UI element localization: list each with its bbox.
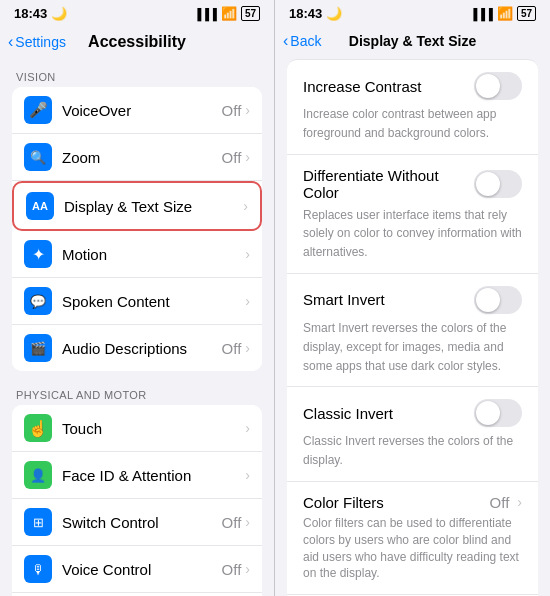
audio-desc-chevron-icon: › [245, 340, 250, 356]
color-filters-row: Color Filters Off › Color filters can be… [287, 482, 538, 595]
left-time: 18:43 [14, 6, 47, 21]
differentiate-toggle[interactable] [474, 170, 522, 198]
smart-invert-toggle[interactable] [474, 286, 522, 314]
increase-contrast-desc: Increase color contrast between app fore… [303, 107, 496, 140]
motion-chevron-icon: › [245, 246, 250, 262]
face-id-label: Face ID & Attention [62, 467, 245, 484]
right-nav-bar: ‹ Back Display & Text Size [275, 25, 550, 55]
display-text-icon: AA [26, 192, 54, 220]
increase-contrast-row: Increase Contrast Increase color contras… [287, 59, 538, 155]
right-panel-content: Increase Contrast Increase color contras… [275, 59, 550, 596]
left-list-scroll[interactable]: VISION 🎤 VoiceOver Off › 🔍 Zoom Off › AA… [0, 57, 274, 596]
vision-list-group: 🎤 VoiceOver Off › 🔍 Zoom Off › AA Displa… [12, 87, 262, 371]
smart-invert-name: Smart Invert [303, 291, 385, 308]
right-panel: 18:43 🌙 ▐▐▐ 📶 57 ‹ Back Display & Text S… [275, 0, 550, 596]
list-item-motion[interactable]: ✦ Motion › [12, 231, 262, 278]
left-panel: 18:43 🌙 ▐▐▐ 📶 57 ‹ Settings Accessibilit… [0, 0, 275, 596]
right-signal-icon: ▐▐▐ [469, 8, 492, 20]
voice-control-label: Voice Control [62, 561, 222, 578]
touch-label: Touch [62, 420, 245, 437]
list-item-switch-control[interactable]: ⊞ Switch Control Off › [12, 499, 262, 546]
list-item-voice-control[interactable]: 🎙 Voice Control Off › [12, 546, 262, 593]
differentiate-name: Differentiate Without Color [303, 167, 474, 201]
left-status-left: 18:43 🌙 [14, 6, 67, 21]
zoom-label: Zoom [62, 149, 222, 166]
audio-desc-label: Audio Descriptions [62, 340, 222, 357]
audio-desc-value: Off [222, 340, 242, 357]
list-item-voiceover[interactable]: 🎤 VoiceOver Off › [12, 87, 262, 134]
switch-control-icon: ⊞ [24, 508, 52, 536]
switch-control-label: Switch Control [62, 514, 222, 531]
right-settings-scroll[interactable]: Increase Contrast Increase color contras… [275, 55, 550, 596]
touch-icon: ☝ [24, 414, 52, 442]
classic-invert-toggle[interactable] [474, 399, 522, 427]
classic-invert-top: Classic Invert [303, 399, 522, 427]
touch-chevron-icon: › [245, 420, 250, 436]
physical-section-label: PHYSICAL AND MOTOR [0, 375, 274, 405]
right-wifi-icon: 📶 [497, 6, 513, 21]
increase-contrast-toggle[interactable] [474, 72, 522, 100]
smart-invert-desc: Smart Invert reverses the colors of the … [303, 321, 506, 373]
left-nav-bar: ‹ Settings Accessibility [0, 25, 274, 57]
classic-invert-desc: Classic Invert reverses the colors of th… [303, 434, 513, 467]
right-moon-icon: 🌙 [326, 6, 342, 21]
right-back-label[interactable]: Back [290, 33, 321, 49]
left-nav-title: Accessibility [88, 33, 186, 51]
spoken-content-chevron-icon: › [245, 293, 250, 309]
right-back-chevron-icon: ‹ [283, 32, 288, 50]
right-nav-title: Display & Text Size [349, 33, 476, 49]
voiceover-value: Off [222, 102, 242, 119]
color-filters-desc: Color filters can be used to differentia… [303, 515, 522, 582]
voiceover-label: VoiceOver [62, 102, 222, 119]
left-back-button[interactable]: ‹ Settings [8, 33, 66, 51]
display-text-label: Display & Text Size [64, 198, 243, 215]
face-id-icon: 👤 [24, 461, 52, 489]
right-battery-icon: 57 [517, 6, 536, 21]
vision-section-label: VISION [0, 57, 274, 87]
voice-control-chevron-icon: › [245, 561, 250, 577]
audio-desc-icon: 🎬 [24, 334, 52, 362]
increase-contrast-name: Increase Contrast [303, 78, 421, 95]
zoom-value: Off [222, 149, 242, 166]
right-status-left: 18:43 🌙 [289, 6, 342, 21]
list-item-audio-desc[interactable]: 🎬 Audio Descriptions Off › [12, 325, 262, 371]
list-item-face-id[interactable]: 👤 Face ID & Attention › [12, 452, 262, 499]
voice-control-icon: 🎙 [24, 555, 52, 583]
color-filters-top: Color Filters Off › [303, 494, 522, 511]
right-back-button[interactable]: ‹ Back [283, 32, 321, 50]
left-status-bar: 18:43 🌙 ▐▐▐ 📶 57 [0, 0, 274, 25]
voice-control-value: Off [222, 561, 242, 578]
differentiate-desc: Replaces user interface items that rely … [303, 208, 522, 260]
color-filters-name: Color Filters [303, 494, 384, 511]
classic-invert-row: Classic Invert Classic Invert reverses t… [287, 387, 538, 482]
left-wifi-icon: 📶 [221, 6, 237, 21]
voiceover-chevron-icon: › [245, 102, 250, 118]
classic-invert-name: Classic Invert [303, 405, 393, 422]
left-status-right: ▐▐▐ 📶 57 [193, 6, 260, 21]
smart-invert-row: Smart Invert Smart Invert reverses the c… [287, 274, 538, 387]
increase-contrast-top: Increase Contrast [303, 72, 522, 100]
list-item-display-text-size[interactable]: AA Display & Text Size › [12, 181, 262, 231]
left-back-chevron-icon: ‹ [8, 33, 13, 51]
switch-control-chevron-icon: › [245, 514, 250, 530]
left-battery-icon: 57 [241, 6, 260, 21]
zoom-chevron-icon: › [245, 149, 250, 165]
color-filters-chevron-icon: › [517, 494, 522, 510]
face-id-chevron-icon: › [245, 467, 250, 483]
switch-control-value: Off [222, 514, 242, 531]
right-status-right: ▐▐▐ 📶 57 [469, 6, 536, 21]
list-item-zoom[interactable]: 🔍 Zoom Off › [12, 134, 262, 181]
display-text-chevron-icon: › [243, 198, 248, 214]
spoken-content-icon: 💬 [24, 287, 52, 315]
spoken-content-label: Spoken Content [62, 293, 245, 310]
left-back-label[interactable]: Settings [15, 34, 66, 50]
zoom-icon: 🔍 [24, 143, 52, 171]
differentiate-top: Differentiate Without Color [303, 167, 522, 201]
list-item-spoken-content[interactable]: 💬 Spoken Content › [12, 278, 262, 325]
motion-label: Motion [62, 246, 245, 263]
smart-invert-top: Smart Invert [303, 286, 522, 314]
voiceover-icon: 🎤 [24, 96, 52, 124]
list-item-touch[interactable]: ☝ Touch › [12, 405, 262, 452]
color-filters-right: Off › [490, 494, 522, 511]
right-time: 18:43 [289, 6, 322, 21]
